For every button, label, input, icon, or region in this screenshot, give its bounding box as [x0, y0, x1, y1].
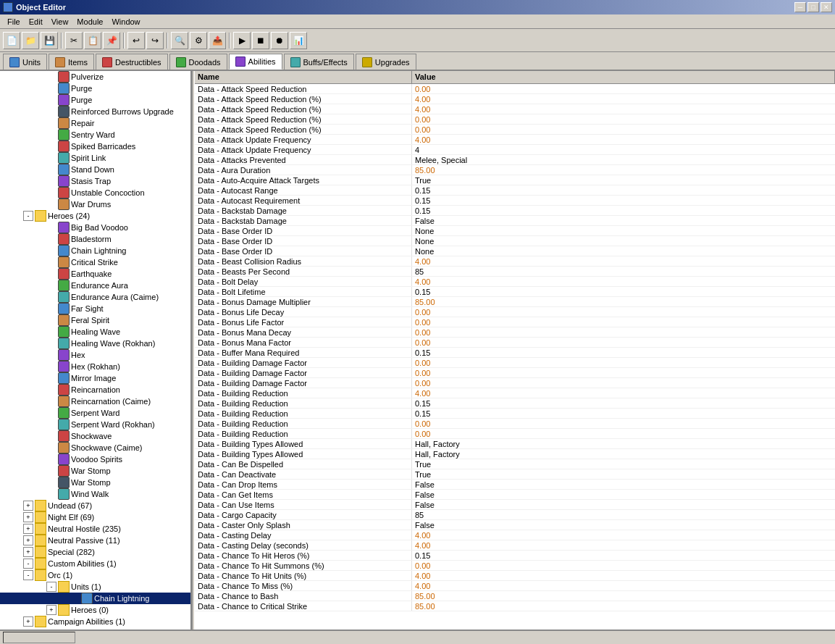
tree-expander[interactable]: -	[23, 559, 33, 569]
tab-units[interactable]: Units	[3, 54, 47, 70]
table-row[interactable]: Data - Building Damage Factor0.00	[195, 368, 835, 378]
minimize-button[interactable]: ─	[794, 2, 806, 12]
tree-item[interactable]: Reincarnation (Caime)	[0, 396, 190, 407]
tree-expander[interactable]: +	[23, 524, 33, 534]
table-row[interactable]: Data - Bonus Mana Decay0.00	[195, 327, 835, 338]
toolbar-paste[interactable]: 📌	[103, 32, 120, 49]
table-row[interactable]: Data - Chance To Hit Summons (%)0.00	[195, 561, 835, 571]
tree-item[interactable]: Healing Wave	[0, 326, 190, 338]
table-row[interactable]: Data - Buffer Mana Required0.15	[195, 348, 835, 358]
tree-item[interactable]: Unstable Concoction	[0, 187, 190, 198]
tree-item[interactable]: Voodoo Spirits	[0, 453, 190, 465]
table-row[interactable]: Data - Caster Only SplashFalse	[195, 520, 835, 530]
table-row[interactable]: Data - Aura Duration85.00	[195, 165, 835, 175]
tree-item[interactable]: Stasis Trap	[0, 175, 190, 187]
table-row[interactable]: Data - Building Damage Factor0.00	[195, 378, 835, 388]
menu-edit[interactable]: Edit	[25, 16, 47, 28]
tree-expander[interactable]: +	[23, 535, 33, 545]
table-row[interactable]: Data - Attack Speed Reduction (%)0.00	[195, 114, 835, 125]
table-row[interactable]: Data - Building Reduction0.00	[195, 429, 835, 439]
tree-item[interactable]: +Neutral Hostile (235)	[0, 523, 190, 535]
tree-item[interactable]: Mirror Image	[0, 372, 190, 384]
table-row[interactable]: Data - Base Order IDNone	[195, 246, 835, 256]
tree-item[interactable]: Hex (Rokhan)	[0, 361, 190, 372]
tab-upgrades[interactable]: Upgrades	[356, 54, 416, 70]
table-row[interactable]: Data - Attack Update Frequency4	[195, 145, 835, 155]
tree-item[interactable]: Pulverize	[0, 71, 190, 83]
tree-item[interactable]: +Heroes (0)	[0, 604, 190, 616]
menu-module[interactable]: Module	[72, 16, 107, 28]
tree-item[interactable]: +Neutral Passive (11)	[0, 535, 190, 546]
tab-destructibles[interactable]: Destructibles	[96, 54, 168, 70]
toolbar-search[interactable]: 🔍	[171, 32, 188, 49]
table-row[interactable]: Data - Chance To Hit Units (%)4.00	[195, 571, 835, 581]
tree-item[interactable]: Serpent Ward	[0, 407, 190, 419]
toolbar-btn5[interactable]: ▶	[233, 32, 251, 49]
tree-item[interactable]: Stand Down	[0, 164, 190, 175]
tree-item[interactable]: Shockwave (Caime)	[0, 442, 190, 453]
menu-view[interactable]: View	[47, 16, 73, 28]
toolbar-redo[interactable]: ↪	[146, 32, 164, 49]
tree-expander[interactable]: +	[23, 501, 33, 511]
table-row[interactable]: Data - Building Types AllowedHall, Facto…	[195, 449, 835, 459]
table-row[interactable]: Data - Can DeactivateTrue	[195, 469, 835, 480]
toolbar-filter[interactable]: ⚙	[190, 32, 207, 49]
tree-item[interactable]: Purge	[0, 94, 190, 106]
tree-expander[interactable]: +	[23, 512, 33, 522]
table-row[interactable]: Data - Chance to Critical Strike85.00	[195, 601, 835, 611]
tree-item[interactable]: Serpent Ward (Rokhan)	[0, 419, 190, 430]
table-row[interactable]: Data - Bonus Life Factor0.00	[195, 317, 835, 327]
tree-item[interactable]: -Heroes (24)	[0, 210, 190, 222]
tab-items[interactable]: Items	[49, 54, 94, 70]
toolbar-save[interactable]: 💾	[41, 32, 58, 49]
tree-item[interactable]: -Orc (1)	[0, 569, 190, 581]
table-row[interactable]: Data - Casting Delay4.00	[195, 530, 835, 540]
toolbar-btn7[interactable]: ⏺	[271, 32, 288, 49]
table-row[interactable]: Data - Attack Speed Reduction0.00	[195, 84, 835, 94]
table-row[interactable]: Data - Cargo Capacity85	[195, 510, 835, 520]
tree-item[interactable]: Reincarnation	[0, 384, 190, 396]
table-row[interactable]: Data - Attacks PreventedMelee, Special	[195, 155, 835, 165]
tree-item[interactable]: Chain Lightning	[0, 593, 190, 604]
table-row[interactable]: Data - Casting Delay (seconds)4.00	[195, 540, 835, 551]
tree-item[interactable]: War Stomp	[0, 477, 190, 488]
table-row[interactable]: Data - Building Reduction0.15	[195, 409, 835, 419]
table-row[interactable]: Data - Backstab Damage0.15	[195, 206, 835, 216]
tree-item[interactable]: Critical Strike	[0, 256, 190, 268]
table-row[interactable]: Data - Bolt Delay4.00	[195, 277, 835, 287]
table-row[interactable]: Data - Chance to Bash85.00	[195, 591, 835, 601]
tree-item[interactable]: Hex	[0, 349, 190, 361]
tree-item[interactable]: Repair	[0, 117, 190, 129]
toolbar-copy[interactable]: 📋	[84, 32, 101, 49]
tree-item[interactable]: Feral Spirit	[0, 314, 190, 326]
toolbar-btn6[interactable]: ⏹	[252, 32, 269, 49]
menu-window[interactable]: Window	[107, 16, 144, 28]
tab-doodads[interactable]: Doodads	[169, 54, 227, 70]
tree-expander[interactable]: +	[46, 605, 56, 615]
table-row[interactable]: Data - Building Types AllowedHall, Facto…	[195, 439, 835, 449]
tree-item[interactable]: +Undead (67)	[0, 500, 190, 511]
table-row[interactable]: Data - Attack Speed Reduction (%)4.00	[195, 94, 835, 104]
table-row[interactable]: Data - Base Order IDNone	[195, 236, 835, 246]
tree-item[interactable]: Sentry Ward	[0, 129, 190, 141]
table-row[interactable]: Data - Building Damage Factor0.00	[195, 358, 835, 368]
tree-container[interactable]: PulverizePurgePurgeReinforced Burrows Up…	[0, 71, 190, 630]
table-row[interactable]: Data - Auto-Acquire Attack TargetsTrue	[195, 175, 835, 185]
table-row[interactable]: Data - Building Reduction0.00	[195, 419, 835, 429]
tree-item[interactable]: War Drums	[0, 198, 190, 210]
table-row[interactable]: Data - Chance To Miss (%)4.00	[195, 581, 835, 591]
menu-file[interactable]: File	[3, 16, 25, 28]
toolbar-export[interactable]: 📤	[209, 32, 226, 49]
tree-item[interactable]: Chain Lightning	[0, 245, 190, 256]
table-row[interactable]: Data - Bonus Mana Factor0.00	[195, 338, 835, 348]
toolbar-open[interactable]: 📁	[22, 32, 39, 49]
toolbar-btn8[interactable]: 📊	[290, 32, 307, 49]
table-row[interactable]: Data - Chance To Hit Heros (%)0.15	[195, 551, 835, 561]
table-row[interactable]: Data - Backstab DamageFalse	[195, 216, 835, 226]
table-row[interactable]: Data - Can Be DispelledTrue	[195, 459, 835, 469]
table-row[interactable]: Data - Base Order IDNone	[195, 226, 835, 236]
tree-item[interactable]: +Night Elf (69)	[0, 511, 190, 523]
table-row[interactable]: Data - Attack Speed Reduction (%)4.00	[195, 104, 835, 114]
table-row[interactable]: Data - Bonus Life Decay0.00	[195, 307, 835, 317]
tree-expander[interactable]: -	[46, 582, 56, 592]
